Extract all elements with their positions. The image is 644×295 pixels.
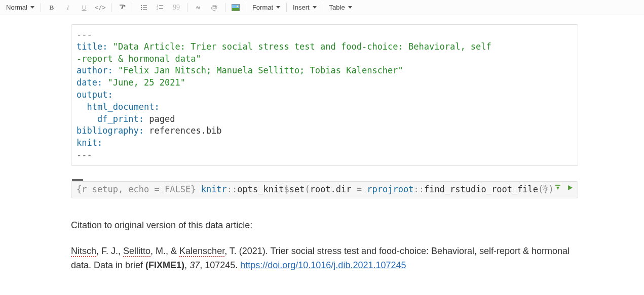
table-menu[interactable]: Table <box>326 2 355 14</box>
toolbar-separator <box>187 3 187 12</box>
table-menu-label: Table <box>329 4 345 11</box>
chunk-fn2: find_rstudio_root_file <box>424 184 538 194</box>
insert-menu[interactable]: Insert <box>290 2 320 14</box>
numbered-list-button[interactable]: 12 <box>153 2 168 14</box>
yaml-date-val: "June, 25 2021" <box>102 77 185 88</box>
cite-seg-1: , F. J., <box>96 246 123 256</box>
paragraph-style-label: Normal <box>6 4 27 11</box>
yaml-output-key: output: <box>77 90 113 100</box>
run-above-icon <box>554 184 561 191</box>
citation-intro: Citation to original version of this dat… <box>71 219 578 233</box>
toolbar-separator <box>286 3 287 12</box>
format-menu-label: Format <box>252 4 273 11</box>
r-code-chunk[interactable]: {r setup, echo = FALSE} knitr::opts_knit… <box>71 181 578 198</box>
cite-seg-4: , <box>184 260 190 270</box>
yaml-htmldoc-key: html_document: <box>77 102 160 112</box>
chunk-ns-rprojroot: rprojroot <box>367 184 413 194</box>
svg-rect-3 <box>143 7 147 8</box>
svg-text:2: 2 <box>157 7 159 10</box>
link-icon <box>194 3 203 12</box>
bold-icon: B <box>47 3 56 12</box>
author-surname-2: Sellitto <box>123 246 150 257</box>
svg-marker-12 <box>556 187 559 190</box>
format-menu[interactable]: Format <box>249 2 283 14</box>
chunk-header: {r setup, echo = FALSE} <box>77 184 196 194</box>
image-icon <box>232 4 240 11</box>
svg-point-2 <box>141 7 142 8</box>
svg-point-0 <box>141 5 142 6</box>
cite-seg-2: , M., & <box>150 246 179 256</box>
yaml-dfprint-val: paged <box>144 114 175 124</box>
yaml-author-val: "Felix Jan Nitsch; Manuela Sellitto; Tob… <box>113 65 403 75</box>
editor-toolbar: Normal B I U </> 12 99 @ Format Insert <box>0 0 644 15</box>
italic-button[interactable]: I <box>60 2 75 14</box>
italic-icon: I <box>63 3 72 12</box>
author-surname-3: Kalenscher <box>179 246 224 257</box>
chunk-options-button[interactable] <box>541 184 549 192</box>
yaml-dfprint-key: df_print: <box>77 114 144 124</box>
yaml-biblio-key: bibliography: <box>77 125 144 136</box>
bullet-list-icon <box>139 3 148 12</box>
chunk-optsknit: opts_knit <box>237 184 284 194</box>
prose-body[interactable]: Citation to original version of this dat… <box>71 219 578 273</box>
numbered-list-icon: 12 <box>156 3 165 12</box>
svg-rect-9 <box>159 8 163 9</box>
svg-point-4 <box>141 9 142 10</box>
toolbar-separator <box>225 3 225 12</box>
chunk-op2: :: <box>413 184 424 194</box>
chunk-sp <box>362 184 367 194</box>
at-icon: @ <box>210 3 219 12</box>
yaml-date-key: date: <box>77 77 102 88</box>
cite-seg-5: , 107245. <box>200 260 240 270</box>
code-chunk-wrapper: {r setup, echo = FALSE} knitr::opts_knit… <box>71 179 578 198</box>
toolbar-separator <box>246 3 246 12</box>
chunk-ns-knitr: knitr <box>201 184 227 194</box>
underline-icon: U <box>80 3 89 12</box>
paragraph-style-dropdown[interactable]: Normal <box>3 2 37 14</box>
doi-link[interactable]: https://doi.org/10.1016/j.dib.2021.10724… <box>240 260 406 270</box>
yaml-dash-open: --- <box>77 29 92 39</box>
bold-button[interactable]: B <box>44 2 59 14</box>
code-icon: </> <box>96 3 105 12</box>
svg-rect-5 <box>143 9 147 10</box>
yaml-title-val-1: "Data Article: Trier social stress test … <box>107 41 491 52</box>
insert-menu-label: Insert <box>293 4 310 11</box>
chunk-eq: = <box>357 184 362 194</box>
underline-button[interactable]: U <box>77 2 92 14</box>
author-surname-1: Nitsch <box>71 246 96 257</box>
svg-rect-1 <box>143 5 147 6</box>
toolbar-separator <box>111 3 111 12</box>
quote-icon: 99 <box>172 3 181 12</box>
code-button[interactable]: </> <box>93 2 108 14</box>
bullet-list-button[interactable] <box>136 2 151 14</box>
chevron-down-icon <box>30 6 34 9</box>
blockquote-button[interactable]: 99 <box>169 2 184 14</box>
svg-marker-13 <box>568 185 573 190</box>
chunk-paren-open: ( <box>305 184 310 194</box>
chunk-set: set <box>289 184 305 194</box>
play-icon <box>566 184 574 191</box>
run-chunk-button[interactable] <box>566 184 574 191</box>
svg-rect-11 <box>555 185 560 186</box>
editor-content[interactable]: --- title: "Data Article: Trier social s… <box>0 15 644 295</box>
citation-volume: 37 <box>190 260 200 270</box>
chunk-arg: root.dir <box>310 184 357 194</box>
mention-button[interactable]: @ <box>207 2 222 14</box>
run-above-button[interactable] <box>554 184 561 191</box>
toolbar-separator <box>323 3 323 12</box>
chunk-dollar: $ <box>284 184 289 194</box>
image-button[interactable] <box>229 2 243 14</box>
chevron-down-icon <box>313 6 317 9</box>
chevron-down-icon <box>276 6 280 9</box>
clear-format-button[interactable] <box>115 2 130 14</box>
yaml-frontmatter-block[interactable]: --- title: "Data Article: Trier social s… <box>71 24 578 166</box>
yaml-biblio-val: references.bib <box>144 125 222 136</box>
yaml-dash-close: --- <box>77 150 92 160</box>
svg-point-10 <box>544 187 546 189</box>
fixme-marker: (FIXME1) <box>145 260 184 270</box>
chunk-controls <box>541 184 574 192</box>
chevron-down-icon <box>348 6 352 9</box>
citation-text: Nitsch, F. J., Sellitto, M., & Kalensche… <box>71 244 578 273</box>
toolbar-separator <box>133 3 133 12</box>
link-button[interactable] <box>191 2 206 14</box>
